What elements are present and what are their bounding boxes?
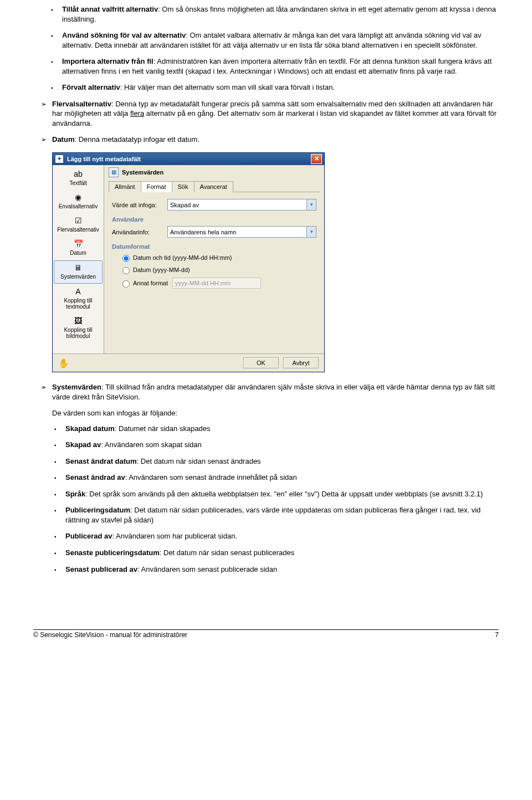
value-bullet-item: Publicerad av: Användaren som har public… bbox=[65, 531, 499, 541]
sidebar-item-icon: ab bbox=[73, 170, 83, 178]
value-bullet-item: Senast publicerad av: Användaren som sen… bbox=[65, 565, 499, 575]
tab-sök[interactable]: Sök bbox=[172, 181, 195, 192]
value-bullet-item: Senast ändrad av: Användaren som senast … bbox=[65, 473, 499, 483]
radio-datetime-input[interactable] bbox=[122, 255, 130, 262]
other-format-input bbox=[172, 278, 261, 289]
radio-datetime[interactable]: Datum och tid (yyyy-MM-dd HH:mm) bbox=[120, 253, 316, 262]
sidebar-item-icon: A bbox=[73, 287, 83, 296]
close-button[interactable]: ✕ bbox=[311, 154, 322, 164]
arrow-list-bottom: Systemvärden: Till skillnad från andra m… bbox=[33, 382, 499, 574]
sidebar-item-label: Systemvärden bbox=[60, 274, 96, 280]
radio-date-input[interactable] bbox=[122, 267, 130, 274]
sidebar-item-icon: ☑ bbox=[73, 216, 83, 225]
arrow-list-top: Flervalsalternativ: Denna typ av metadat… bbox=[33, 99, 499, 145]
value-bullet-item: Publiceringsdatum: Det datum när sidan p… bbox=[65, 505, 499, 525]
ok-button[interactable]: OK bbox=[243, 357, 279, 368]
value-bullet-item: Skapad av: Användaren som skapat sidan bbox=[65, 440, 499, 450]
dialog-title: Lägg till nytt metadatafält bbox=[67, 156, 141, 162]
userinfo-select[interactable]: Användarens hela namn ▾ bbox=[167, 226, 316, 238]
arrow-item: Datum: Denna metadatatyp infogar ett dat… bbox=[52, 135, 499, 145]
values-intro: De värden som kan infogas är följande: bbox=[52, 408, 499, 418]
sidebar-item-icon: ◉ bbox=[73, 193, 83, 202]
chevron-down-icon[interactable]: ▾ bbox=[306, 199, 316, 210]
value-to-insert-label: Värde att infoga: bbox=[112, 202, 167, 208]
radio-date[interactable]: Datum (yyyy-MM-dd) bbox=[120, 265, 316, 274]
radio-other-input[interactable] bbox=[122, 280, 130, 288]
value-to-insert-select[interactable]: Skapad av ▾ bbox=[167, 199, 316, 211]
cancel-button[interactable]: Avbryt bbox=[283, 357, 319, 368]
add-metadata-dialog: ✦ Lägg till nytt metadatafält ✕ abTextfä… bbox=[52, 152, 325, 372]
sidebar-item-label: Flervalsalternativ bbox=[57, 227, 99, 233]
value-bullet-item: Senast ändrat datum: Det datum när sidan… bbox=[65, 457, 499, 466]
dialog-screenshot: ✦ Lägg till nytt metadatafält ✕ abTextfä… bbox=[52, 152, 499, 372]
tab-format[interactable]: Format bbox=[141, 181, 172, 192]
bullet-item: Använd sökning för val av alternativ: Om… bbox=[62, 30, 499, 50]
tab-allmänt[interactable]: Allmänt bbox=[109, 181, 141, 192]
page-footer: © Senselogic SiteVision - manual för adm… bbox=[33, 629, 499, 639]
sidebar-item-label: Koppling till bildmodul bbox=[64, 327, 92, 339]
tab-avancerat[interactable]: Avancerat bbox=[194, 181, 233, 192]
dialog-tabs: AllmäntFormatSökAvancerat bbox=[109, 181, 320, 192]
sidebar-item-koppling-till-bildmodul[interactable]: 🖼Koppling till bildmodul bbox=[54, 314, 102, 342]
footer-page-number: 7 bbox=[495, 631, 499, 639]
tab-format-panel: Värde att infoga: Skapad av ▾ Användare … bbox=[109, 198, 320, 293]
sidebar-item-icon: 🖥 bbox=[73, 263, 83, 272]
bullet-list-top: Tillåt annat valfritt alternativ: Om så … bbox=[33, 4, 499, 93]
sidebar-item-label: Koppling till textmodul bbox=[64, 298, 92, 310]
section-dateformat-heading: Datumformat bbox=[112, 243, 316, 250]
sidebar-item-systemvärden[interactable]: 🖥Systemvärden bbox=[54, 260, 103, 284]
bullet-item: Importera alternativ från fil: Administr… bbox=[62, 57, 499, 76]
chevron-down-icon[interactable]: ▾ bbox=[306, 227, 316, 237]
sidebar-item-icon: 🖼 bbox=[73, 316, 83, 325]
bullet-item: Förvalt alternativ: Här väljer man det a… bbox=[62, 83, 499, 93]
value-bullet-item: Senaste publiceringsdatum: Det datum när… bbox=[65, 548, 499, 558]
dialog-heading: Systemvärden bbox=[122, 169, 163, 176]
sidebar-item-icon: 📅 bbox=[73, 239, 83, 248]
sidebar-item-label: Textfält bbox=[69, 180, 87, 186]
sidebar-item-flervalsalternativ[interactable]: ☑Flervalsalternativ bbox=[54, 214, 102, 236]
sidebar-item-datum[interactable]: 📅Datum bbox=[54, 237, 102, 259]
bullet-item: Tillåt annat valfritt alternativ: Om så … bbox=[62, 4, 499, 24]
systemvalues-icon: ▦ bbox=[109, 167, 119, 177]
systemvalues-item: Systemvärden: Till skillnad från andra m… bbox=[52, 382, 499, 574]
dialog-icon: ✦ bbox=[55, 155, 64, 163]
value-bullet-item: Skapad datum: Datumet när sidan skapades bbox=[65, 424, 499, 434]
sidebar-item-envalsalternativ[interactable]: ◉Envalsalternativ bbox=[54, 191, 102, 213]
sidebar-item-koppling-till-textmodul[interactable]: AKoppling till textmodul bbox=[54, 285, 102, 313]
value-bullet-list: Skapad datum: Datumet när sidan skapades… bbox=[52, 424, 499, 574]
dialog-sidebar: abTextfält◉Envalsalternativ☑Flervalsalte… bbox=[53, 165, 104, 353]
sidebar-item-label: Envalsalternativ bbox=[59, 203, 98, 209]
sidebar-item-textfält[interactable]: abTextfält bbox=[54, 167, 102, 189]
value-bullet-item: Språk: Det språk som används på den aktu… bbox=[65, 489, 499, 499]
dialog-titlebar: ✦ Lägg till nytt metadatafält ✕ bbox=[53, 153, 324, 165]
radio-other[interactable]: Annat format bbox=[120, 278, 316, 289]
help-hand-icon[interactable]: ✋ bbox=[58, 358, 69, 368]
userinfo-label: Användarinfo: bbox=[112, 229, 167, 235]
footer-left: © Senselogic SiteVision - manual för adm… bbox=[33, 631, 187, 639]
arrow-item: Flervalsalternativ: Denna typ av metadat… bbox=[52, 99, 499, 129]
section-user-heading: Användare bbox=[112, 216, 316, 223]
sidebar-item-label: Datum bbox=[70, 250, 86, 256]
